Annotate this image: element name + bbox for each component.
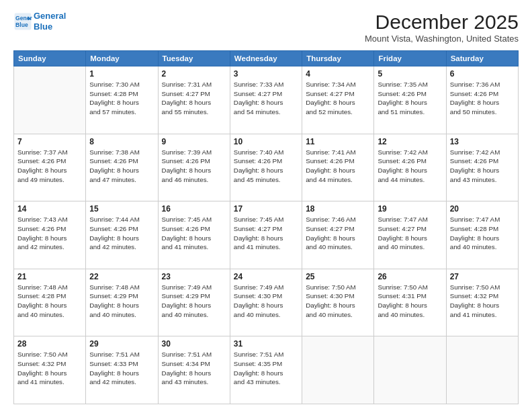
- cell-date: 15: [89, 204, 154, 214]
- cell-info: Sunrise: 7:48 AM Sunset: 4:28 PM Dayligh…: [17, 283, 82, 320]
- table-row: 29Sunrise: 7:51 AM Sunset: 4:33 PM Dayli…: [86, 336, 158, 404]
- cell-info: Sunrise: 7:50 AM Sunset: 4:32 PM Dayligh…: [17, 350, 82, 387]
- cell-date: 26: [378, 272, 442, 281]
- cell-date: 5: [378, 69, 442, 79]
- table-row: [446, 336, 518, 404]
- table-row: 27Sunrise: 7:50 AM Sunset: 4:32 PM Dayli…: [446, 269, 518, 336]
- cell-date: 14: [17, 204, 82, 214]
- table-row: [302, 336, 374, 404]
- table-row: 7Sunrise: 7:37 AM Sunset: 4:26 PM Daylig…: [14, 134, 86, 201]
- month-title: December 2025: [365, 11, 519, 34]
- table-row: 17Sunrise: 7:45 AM Sunset: 4:27 PM Dayli…: [230, 201, 302, 269]
- logo: General Blue General Blue: [13, 11, 66, 32]
- page: General Blue General Blue December 2025 …: [0, 0, 532, 411]
- cell-date: 6: [450, 69, 515, 79]
- calendar-week-row: 28Sunrise: 7:50 AM Sunset: 4:32 PM Dayli…: [14, 336, 519, 404]
- table-row: 22Sunrise: 7:48 AM Sunset: 4:29 PM Dayli…: [86, 269, 158, 336]
- table-row: 4Sunrise: 7:34 AM Sunset: 4:27 PM Daylig…: [302, 66, 374, 134]
- table-row: 26Sunrise: 7:50 AM Sunset: 4:31 PM Dayli…: [374, 269, 446, 336]
- col-sunday: Sunday: [14, 51, 86, 66]
- table-row: 30Sunrise: 7:51 AM Sunset: 4:34 PM Dayli…: [158, 336, 230, 404]
- cell-info: Sunrise: 7:48 AM Sunset: 4:29 PM Dayligh…: [89, 283, 154, 320]
- calendar-header-row: Sunday Monday Tuesday Wednesday Thursday…: [14, 51, 519, 66]
- title-block: December 2025 Mount Vista, Washington, U…: [365, 11, 519, 44]
- table-row: 19Sunrise: 7:47 AM Sunset: 4:27 PM Dayli…: [374, 201, 446, 269]
- col-tuesday: Tuesday: [158, 51, 230, 66]
- cell-info: Sunrise: 7:51 AM Sunset: 4:34 PM Dayligh…: [162, 350, 226, 387]
- table-row: 12Sunrise: 7:42 AM Sunset: 4:26 PM Dayli…: [374, 134, 446, 201]
- cell-date: 22: [89, 272, 154, 281]
- cell-date: 20: [450, 204, 515, 214]
- cell-info: Sunrise: 7:39 AM Sunset: 4:26 PM Dayligh…: [162, 148, 226, 185]
- cell-info: Sunrise: 7:45 AM Sunset: 4:27 PM Dayligh…: [234, 215, 298, 252]
- cell-date: 9: [162, 137, 226, 146]
- cell-date: 21: [17, 272, 82, 281]
- table-row: 15Sunrise: 7:44 AM Sunset: 4:26 PM Dayli…: [86, 201, 158, 269]
- table-row: [374, 336, 446, 404]
- cell-date: 27: [450, 272, 515, 281]
- cell-info: Sunrise: 7:37 AM Sunset: 4:26 PM Dayligh…: [17, 148, 82, 185]
- logo-line1: General: [34, 11, 66, 21]
- table-row: 9Sunrise: 7:39 AM Sunset: 4:26 PM Daylig…: [158, 134, 230, 201]
- cell-info: Sunrise: 7:50 AM Sunset: 4:31 PM Dayligh…: [378, 283, 442, 320]
- calendar-week-row: 21Sunrise: 7:48 AM Sunset: 4:28 PM Dayli…: [14, 269, 519, 336]
- table-row: 13Sunrise: 7:42 AM Sunset: 4:26 PM Dayli…: [446, 134, 518, 201]
- table-row: 28Sunrise: 7:50 AM Sunset: 4:32 PM Dayli…: [14, 336, 86, 404]
- cell-date: 4: [306, 69, 370, 79]
- cell-date: 10: [234, 137, 298, 146]
- cell-info: Sunrise: 7:43 AM Sunset: 4:26 PM Dayligh…: [17, 215, 82, 252]
- cell-date: 25: [306, 272, 370, 281]
- cell-info: Sunrise: 7:38 AM Sunset: 4:26 PM Dayligh…: [89, 148, 154, 185]
- cell-info: Sunrise: 7:30 AM Sunset: 4:28 PM Dayligh…: [89, 80, 154, 117]
- col-saturday: Saturday: [446, 51, 518, 66]
- cell-date: 8: [89, 137, 154, 146]
- logo-icon: General Blue: [13, 12, 32, 31]
- table-row: 18Sunrise: 7:46 AM Sunset: 4:27 PM Dayli…: [302, 201, 374, 269]
- col-friday: Friday: [374, 51, 446, 66]
- cell-info: Sunrise: 7:47 AM Sunset: 4:27 PM Dayligh…: [378, 215, 442, 252]
- table-row: 14Sunrise: 7:43 AM Sunset: 4:26 PM Dayli…: [14, 201, 86, 269]
- cell-info: Sunrise: 7:51 AM Sunset: 4:35 PM Dayligh…: [234, 350, 298, 387]
- cell-info: Sunrise: 7:46 AM Sunset: 4:27 PM Dayligh…: [306, 215, 370, 252]
- cell-date: 3: [234, 69, 298, 79]
- cell-date: 19: [378, 204, 442, 214]
- cell-date: 12: [378, 137, 442, 146]
- calendar-week-row: 7Sunrise: 7:37 AM Sunset: 4:26 PM Daylig…: [14, 134, 519, 201]
- cell-date: 16: [162, 204, 226, 214]
- table-row: 23Sunrise: 7:49 AM Sunset: 4:29 PM Dayli…: [158, 269, 230, 336]
- table-row: 25Sunrise: 7:50 AM Sunset: 4:30 PM Dayli…: [302, 269, 374, 336]
- table-row: 16Sunrise: 7:45 AM Sunset: 4:26 PM Dayli…: [158, 201, 230, 269]
- cell-date: 31: [234, 339, 298, 349]
- cell-date: 23: [162, 272, 226, 281]
- cell-info: Sunrise: 7:50 AM Sunset: 4:32 PM Dayligh…: [450, 283, 515, 320]
- cell-info: Sunrise: 7:44 AM Sunset: 4:26 PM Dayligh…: [89, 215, 154, 252]
- cell-date: 29: [89, 339, 154, 349]
- calendar-week-row: 1Sunrise: 7:30 AM Sunset: 4:28 PM Daylig…: [14, 66, 519, 134]
- cell-info: Sunrise: 7:50 AM Sunset: 4:30 PM Dayligh…: [306, 283, 370, 320]
- cell-date: 18: [306, 204, 370, 214]
- logo-line2: Blue: [34, 21, 66, 32]
- table-row: 11Sunrise: 7:41 AM Sunset: 4:26 PM Dayli…: [302, 134, 374, 201]
- cell-date: 30: [162, 339, 226, 349]
- cell-info: Sunrise: 7:40 AM Sunset: 4:26 PM Dayligh…: [234, 148, 298, 185]
- cell-date: 13: [450, 137, 515, 146]
- col-monday: Monday: [86, 51, 158, 66]
- col-wednesday: Wednesday: [230, 51, 302, 66]
- cell-info: Sunrise: 7:49 AM Sunset: 4:30 PM Dayligh…: [234, 283, 298, 320]
- cell-info: Sunrise: 7:41 AM Sunset: 4:26 PM Dayligh…: [306, 148, 370, 185]
- table-row: 1Sunrise: 7:30 AM Sunset: 4:28 PM Daylig…: [86, 66, 158, 134]
- table-row: 31Sunrise: 7:51 AM Sunset: 4:35 PM Dayli…: [230, 336, 302, 404]
- table-row: 21Sunrise: 7:48 AM Sunset: 4:28 PM Dayli…: [14, 269, 86, 336]
- cell-info: Sunrise: 7:31 AM Sunset: 4:27 PM Dayligh…: [162, 80, 226, 117]
- cell-date: 24: [234, 272, 298, 281]
- cell-info: Sunrise: 7:42 AM Sunset: 4:26 PM Dayligh…: [378, 148, 442, 185]
- cell-info: Sunrise: 7:33 AM Sunset: 4:27 PM Dayligh…: [234, 80, 298, 117]
- table-row: 8Sunrise: 7:38 AM Sunset: 4:26 PM Daylig…: [86, 134, 158, 201]
- calendar-table: Sunday Monday Tuesday Wednesday Thursday…: [13, 50, 519, 404]
- table-row: 5Sunrise: 7:35 AM Sunset: 4:26 PM Daylig…: [374, 66, 446, 134]
- cell-info: Sunrise: 7:35 AM Sunset: 4:26 PM Dayligh…: [378, 80, 442, 117]
- cell-info: Sunrise: 7:45 AM Sunset: 4:26 PM Dayligh…: [162, 215, 226, 252]
- table-row: 10Sunrise: 7:40 AM Sunset: 4:26 PM Dayli…: [230, 134, 302, 201]
- table-row: 20Sunrise: 7:47 AM Sunset: 4:28 PM Dayli…: [446, 201, 518, 269]
- cell-info: Sunrise: 7:47 AM Sunset: 4:28 PM Dayligh…: [450, 215, 515, 252]
